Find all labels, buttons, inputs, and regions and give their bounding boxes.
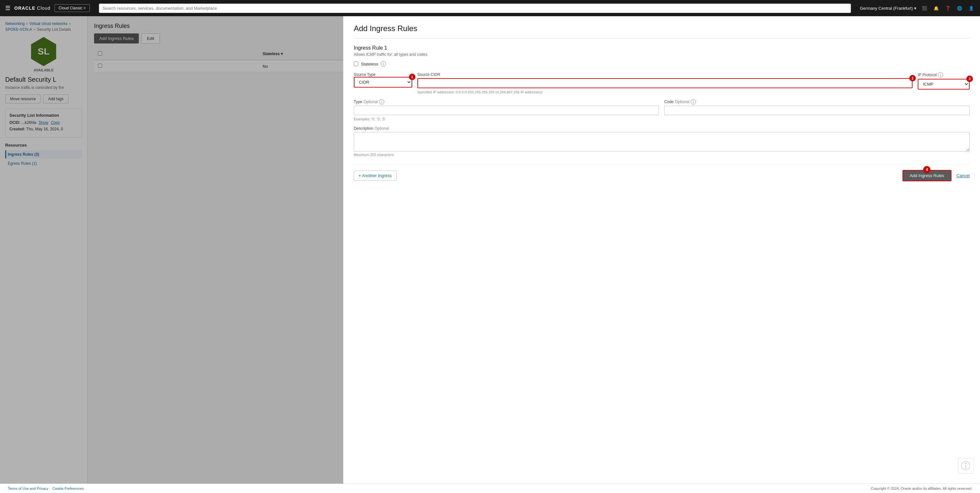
- code-group: Code Optional i All: [664, 99, 970, 121]
- step-1-badge: 1: [409, 74, 415, 80]
- hamburger-icon[interactable]: ☰: [5, 5, 10, 12]
- code-input[interactable]: All: [664, 106, 970, 115]
- cloud-classic-button[interactable]: Cloud Classic >: [54, 4, 90, 12]
- source-type-wrapper: Source Type CIDR 1: [354, 72, 412, 87]
- cookies-link[interactable]: Cookie Preferences: [52, 487, 84, 490]
- stateless-label: Stateless: [361, 62, 378, 67]
- terminal-icon[interactable]: ⬛: [921, 5, 928, 12]
- search-input[interactable]: [99, 3, 851, 13]
- source-type-select[interactable]: CIDR: [354, 77, 412, 87]
- stateless-row: Stateless i: [354, 61, 970, 67]
- top-navigation: ☰ ORACLE Cloud Cloud Classic > Germany C…: [0, 0, 980, 16]
- step-3-badge: 3: [966, 76, 973, 82]
- stateless-checkbox[interactable]: [354, 62, 358, 66]
- another-ingress-container: + Another Ingress: [354, 170, 397, 181]
- type-info-icon[interactable]: i: [379, 99, 384, 105]
- svg-point-2: [965, 465, 966, 466]
- oracle-logo: ORACLE Cloud: [14, 5, 51, 11]
- source-cidr-group: Source CIDR 0.0.0.0/0 2 Specified IP add…: [417, 72, 913, 94]
- submit-btn-wrapper: 4 Add Ingress Rules: [902, 170, 951, 181]
- help-icon[interactable]: ❓: [944, 5, 951, 12]
- step-4-badge: 4: [923, 166, 931, 173]
- form-row-2: Type Optional i All Examples: '0', '3', …: [354, 99, 970, 121]
- source-type-label: Source Type: [354, 72, 412, 77]
- bottom-bar: Terms of Use and Privacy Cookie Preferen…: [0, 483, 980, 493]
- modal-overlay: Add Ingress Rules Ingress Rule 1 Allows …: [0, 16, 980, 493]
- rule-title: Ingress Rule 1: [354, 45, 970, 51]
- svg-point-1: [965, 463, 966, 464]
- modal-panel: Add Ingress Rules Ingress Rule 1 Allows …: [343, 16, 980, 493]
- bottom-left: Terms of Use and Privacy Cookie Preferen…: [8, 487, 84, 490]
- cancel-button[interactable]: Cancel: [957, 173, 970, 178]
- modal-title: Add Ingress Rules: [354, 24, 970, 33]
- ip-protocol-info-icon[interactable]: i: [938, 72, 943, 78]
- step-2-badge: 2: [909, 75, 916, 81]
- form-row-1: Source Type CIDR 1 Source CIDR 0.0.0.: [354, 72, 970, 94]
- source-type-group: Source Type CIDR 1: [354, 72, 412, 87]
- search-bar[interactable]: [99, 3, 851, 13]
- description-label: Description Optional: [354, 126, 970, 131]
- user-icon[interactable]: 👤: [968, 5, 975, 12]
- chevron-down-icon: ▾: [914, 6, 916, 11]
- helper-icon[interactable]: [958, 458, 974, 474]
- rule-subtitle: Allows ICMP traffic for: all types and c…: [354, 52, 970, 57]
- footer-actions: + Another Ingress 4 Add Ingress Rules Ca…: [354, 164, 970, 181]
- stateless-info-icon[interactable]: i: [381, 61, 386, 67]
- source-cidr-input[interactable]: 0.0.0.0/0: [417, 78, 913, 88]
- terms-link[interactable]: Terms of Use and Privacy: [8, 487, 48, 490]
- source-cidr-label: Source CIDR: [417, 72, 913, 77]
- source-cidr-hint: Specified IP addresses: 0.0.0.0-255.255.…: [417, 90, 913, 94]
- type-label: Type Optional i: [354, 99, 659, 105]
- region-selector[interactable]: Germany Central (Frankfurt) ▾: [860, 6, 916, 11]
- add-another-ingress-button[interactable]: + Another Ingress: [354, 170, 397, 181]
- code-label: Code Optional i: [664, 99, 970, 105]
- copyright-text: Copyright © 2024, Oracle and/or its affi…: [871, 487, 972, 490]
- description-max-chars: Maximum 255 characters: [354, 153, 970, 157]
- type-examples: Examples: '0', '3', '5': [354, 117, 659, 121]
- bell-icon[interactable]: 🔔: [933, 5, 940, 12]
- type-group: Type Optional i All Examples: '0', '3', …: [354, 99, 659, 121]
- description-group: Description Optional Maximum 255 charact…: [354, 126, 970, 157]
- svg-point-3: [965, 468, 966, 469]
- ip-protocol-select[interactable]: ICMP: [918, 79, 970, 89]
- nav-right: Germany Central (Frankfurt) ▾ ⬛ 🔔 ❓ 🌐 👤: [860, 5, 975, 12]
- code-info-icon[interactable]: i: [691, 99, 696, 105]
- ip-protocol-group: IP Protocol i ICMP 3: [918, 72, 970, 89]
- ip-protocol-label: IP Protocol i: [918, 72, 970, 78]
- description-input[interactable]: [354, 132, 970, 151]
- submit-row: 4 Add Ingress Rules Cancel: [902, 170, 970, 181]
- globe-icon[interactable]: 🌐: [956, 5, 963, 12]
- type-input[interactable]: All: [354, 106, 659, 115]
